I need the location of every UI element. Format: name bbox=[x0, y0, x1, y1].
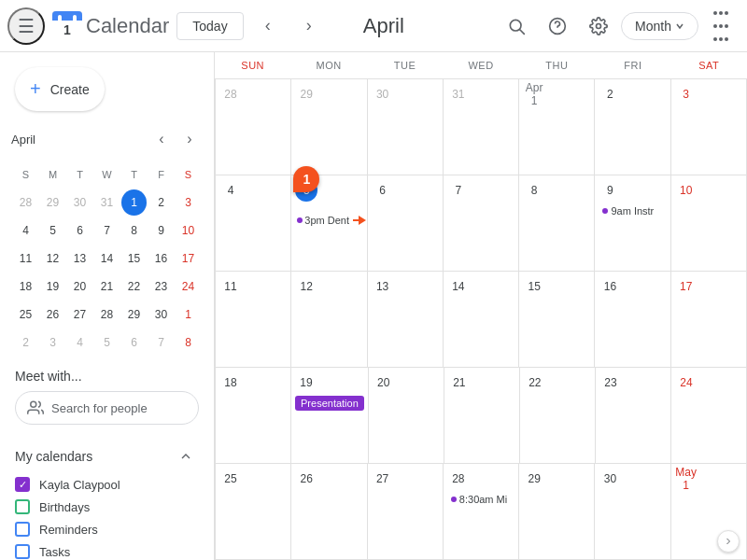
day-apr7[interactable]: 7 bbox=[444, 175, 519, 271]
day-apr29[interactable]: 29 bbox=[519, 464, 595, 559]
calendar-item-birthdays[interactable]: Birthdays bbox=[15, 496, 199, 518]
mini-cal-day-4-0[interactable]: 25 bbox=[13, 301, 38, 328]
calendar-item-tasks[interactable]: Tasks bbox=[15, 540, 199, 560]
day-mar29[interactable]: 29 bbox=[291, 79, 367, 175]
day-apr9[interactable]: 9 9am Instr bbox=[595, 175, 670, 271]
day-apr1[interactable]: Apr 1 bbox=[519, 79, 595, 175]
day-apr26[interactable]: 26 bbox=[291, 464, 367, 559]
mini-cal-day-2-5[interactable]: 16 bbox=[148, 245, 174, 272]
mini-cal-prev[interactable]: ‹ bbox=[148, 126, 175, 152]
mini-cal-day-5-0[interactable]: 2 bbox=[13, 329, 38, 356]
day-apr5[interactable]: 5 1 3pm Dent bbox=[291, 175, 367, 271]
day-apr20[interactable]: 20 bbox=[369, 368, 444, 463]
mini-cal-day-4-5[interactable]: 30 bbox=[148, 301, 174, 328]
mini-cal-day-4-3[interactable]: 28 bbox=[94, 301, 120, 328]
mini-cal-day-4-6[interactable]: 1 bbox=[176, 301, 201, 328]
help-button[interactable] bbox=[539, 7, 576, 45]
mini-cal-day-5-4[interactable]: 6 bbox=[121, 329, 147, 356]
settings-button[interactable] bbox=[580, 7, 617, 45]
mini-cal-day-5-2[interactable]: 4 bbox=[67, 329, 92, 356]
day-apr30[interactable]: 30 bbox=[595, 464, 670, 559]
mini-cal-day-5-6[interactable]: 8 bbox=[176, 329, 201, 356]
day-apr25[interactable]: 25 bbox=[216, 464, 291, 559]
mini-cal-day-2-4[interactable]: 15 bbox=[121, 245, 147, 272]
mini-cal-day-1-1[interactable]: 5 bbox=[40, 217, 65, 244]
mini-cal-day-2-1[interactable]: 12 bbox=[40, 245, 65, 272]
mini-cal-day-0-1[interactable]: 29 bbox=[40, 189, 65, 216]
scroll-hint-button[interactable] bbox=[717, 530, 740, 553]
day-mar30[interactable]: 30 bbox=[368, 79, 444, 175]
kayla-checkbox[interactable] bbox=[15, 477, 30, 492]
mini-cal-day-1-2[interactable]: 6 bbox=[67, 217, 92, 244]
day-apr28[interactable]: 28 8:30am Mi bbox=[444, 464, 519, 559]
mini-cal-day-1-3[interactable]: 7 bbox=[94, 217, 120, 244]
mini-cal-day-3-2[interactable]: 20 bbox=[67, 273, 92, 300]
apps-button[interactable] bbox=[702, 7, 740, 45]
day-apr11[interactable]: 11 bbox=[216, 272, 291, 367]
mini-cal-day-5-5[interactable]: 7 bbox=[148, 329, 174, 356]
mini-cal-day-3-4[interactable]: 22 bbox=[121, 273, 147, 300]
mini-cal-day-4-4[interactable]: 29 bbox=[121, 301, 147, 328]
mini-cal-day-0-3[interactable]: 31 bbox=[94, 189, 120, 216]
mini-cal-day-2-3[interactable]: 14 bbox=[94, 245, 120, 272]
day-apr12[interactable]: 12 bbox=[291, 272, 367, 367]
mini-cal-day-0-5[interactable]: 2 bbox=[148, 189, 174, 216]
calendar-item-kayla[interactable]: Kayla Claypool bbox=[15, 473, 199, 496]
mini-cal-day-0-6[interactable]: 3 bbox=[176, 189, 201, 216]
day-apr17[interactable]: 17 bbox=[671, 272, 747, 367]
event-830am[interactable]: 8:30am Mi bbox=[447, 492, 514, 507]
day-apr15[interactable]: 15 bbox=[519, 272, 595, 367]
mini-cal-day-0-2[interactable]: 30 bbox=[67, 189, 92, 216]
day-apr14[interactable]: 14 bbox=[444, 272, 519, 367]
mini-cal-day-3-5[interactable]: 23 bbox=[148, 273, 174, 300]
menu-button[interactable]: ☰ bbox=[7, 7, 45, 45]
mini-cal-day-2-0[interactable]: 11 bbox=[13, 245, 38, 272]
day-apr13[interactable]: 13 bbox=[368, 272, 444, 367]
day-apr8[interactable]: 8 bbox=[519, 175, 595, 271]
day-apr6[interactable]: 6 bbox=[368, 175, 444, 271]
mini-cal-day-1-4[interactable]: 8 bbox=[121, 217, 147, 244]
mini-cal-day-3-6[interactable]: 24 bbox=[176, 273, 201, 300]
mini-cal-next[interactable]: › bbox=[176, 126, 203, 152]
mini-cal-day-1-0[interactable]: 4 bbox=[13, 217, 38, 244]
my-calendars-toggle[interactable] bbox=[173, 443, 199, 469]
calendar-item-reminders[interactable]: Reminders bbox=[15, 518, 199, 540]
mini-cal-day-1-6[interactable]: 10 bbox=[176, 217, 201, 244]
mini-cal-day-2-6[interactable]: 17 bbox=[176, 245, 201, 272]
mini-cal-day-3-1[interactable]: 19 bbox=[40, 273, 65, 300]
mini-cal-day-0-4[interactable]: 1 bbox=[121, 189, 147, 216]
event-presentation[interactable]: Presentation bbox=[295, 396, 364, 411]
search-button[interactable] bbox=[498, 7, 535, 45]
day-mar31[interactable]: 31 bbox=[444, 79, 519, 175]
day-apr21[interactable]: 21 bbox=[444, 368, 520, 463]
mini-cal-day-5-1[interactable]: 3 bbox=[40, 329, 65, 356]
day-apr18[interactable]: 18 bbox=[216, 368, 291, 463]
day-apr22[interactable]: 22 bbox=[520, 368, 596, 463]
day-apr3[interactable]: 3 bbox=[671, 79, 747, 175]
day-apr16[interactable]: 16 bbox=[595, 272, 670, 367]
birthdays-checkbox[interactable] bbox=[15, 499, 30, 514]
day-apr27[interactable]: 27 bbox=[368, 464, 444, 559]
day-mar28[interactable]: 28 bbox=[216, 79, 291, 175]
mini-cal-day-4-1[interactable]: 26 bbox=[40, 301, 65, 328]
create-button[interactable]: + Create bbox=[15, 67, 105, 111]
day-apr10[interactable]: 10 bbox=[671, 175, 747, 271]
mini-cal-day-3-0[interactable]: 18 bbox=[13, 273, 38, 300]
event-9am-instr[interactable]: 9am Instr bbox=[599, 203, 666, 218]
mini-cal-day-2-2[interactable]: 13 bbox=[67, 245, 92, 272]
mini-cal-day-5-3[interactable]: 5 bbox=[94, 329, 120, 356]
mini-cal-day-0-0[interactable]: 28 bbox=[13, 189, 38, 216]
day-apr2[interactable]: 2 bbox=[595, 79, 670, 175]
event-3pm-dent[interactable]: 3pm Dent bbox=[295, 215, 362, 226]
view-selector[interactable]: Month bbox=[621, 12, 698, 40]
search-people-button[interactable]: Search for people bbox=[15, 391, 199, 425]
mini-cal-day-3-3[interactable]: 21 bbox=[94, 273, 120, 300]
reminders-checkbox[interactable] bbox=[15, 522, 30, 537]
tasks-checkbox[interactable] bbox=[15, 544, 30, 559]
day-apr19[interactable]: 19 Presentation bbox=[291, 368, 369, 463]
today-button[interactable]: Today bbox=[176, 12, 243, 40]
mini-cal-day-4-2[interactable]: 27 bbox=[67, 301, 92, 328]
day-apr23[interactable]: 23 bbox=[596, 368, 671, 463]
day-apr4[interactable]: 4 bbox=[216, 175, 291, 271]
mini-cal-day-1-5[interactable]: 9 bbox=[148, 217, 174, 244]
